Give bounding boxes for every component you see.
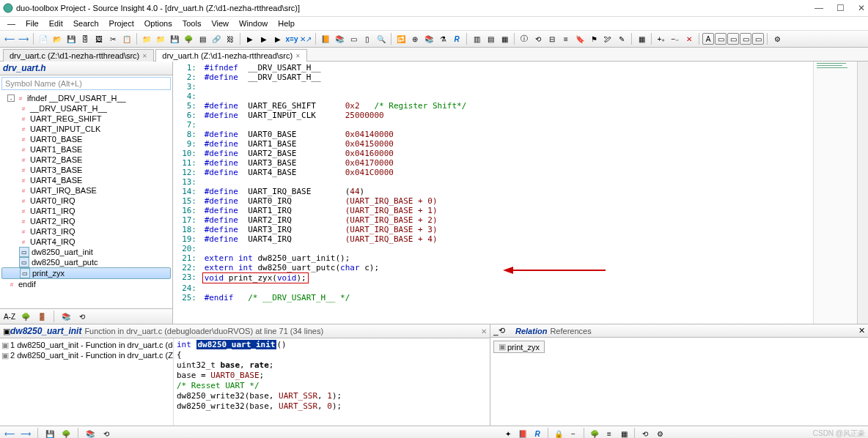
tree-item[interactable]: #UART4_BASE bbox=[1, 175, 171, 185]
menu-edit[interactable]: Edit bbox=[45, 18, 67, 29]
code-line[interactable]: 11: #define UART3_BASE 0x04170000 bbox=[173, 158, 868, 168]
xy-icon[interactable]: x=y bbox=[285, 32, 298, 45]
menu-options[interactable]: Options bbox=[140, 18, 177, 29]
tree-item[interactable]: #UART2_BASE bbox=[1, 155, 171, 165]
menu-project[interactable]: Project bbox=[105, 18, 139, 29]
open-icon[interactable]: 📂 bbox=[51, 32, 64, 45]
list-item[interactable]: ▣2 dw8250_uart_init - Function in drv_ua… bbox=[1, 350, 172, 360]
flag-icon[interactable]: ⚑ bbox=[587, 32, 600, 45]
code-line[interactable]: 18: #define UART3_IRQ (UART_IRQ_BASE + 3… bbox=[173, 225, 868, 234]
minimap[interactable] bbox=[813, 62, 858, 324]
maximize-button[interactable]: ☐ bbox=[836, 3, 845, 13]
pencil-icon[interactable]: ✎ bbox=[615, 32, 628, 45]
replace2-icon[interactable]: ⊕ bbox=[408, 32, 422, 45]
code-line[interactable]: 3: bbox=[173, 82, 868, 92]
cascade-icon[interactable]: ▦ bbox=[498, 32, 511, 45]
tree-item[interactable]: #UART0_IRQ bbox=[1, 196, 171, 206]
letter-r-icon[interactable]: R bbox=[450, 32, 463, 45]
doc-icon[interactable]: ▯ bbox=[361, 32, 374, 45]
tree-item[interactable]: ▭dw8250_uart_init bbox=[1, 247, 171, 257]
tree-item[interactable]: #UART3_BASE bbox=[1, 165, 171, 175]
forward2-icon[interactable]: ⟶ bbox=[19, 427, 32, 438]
minimize-button[interactable]: — bbox=[814, 3, 823, 13]
tree-item[interactable]: #UART1_IRQ bbox=[1, 206, 171, 216]
code-line[interactable]: 14: #define UART_IRQ_BASE (44) bbox=[173, 187, 868, 196]
code-line[interactable]: 5: #define UART_REG_SHIFT 0x2 /* Registe… bbox=[173, 101, 868, 111]
back2-icon[interactable]: ⟵ bbox=[3, 427, 16, 438]
books2-icon[interactable]: 📚 bbox=[422, 32, 435, 45]
tree-item[interactable]: -#ifndef __DRV_USART_H__ bbox=[1, 93, 171, 103]
minus-icon[interactable]: − bbox=[567, 427, 580, 438]
symbol-search-input[interactable]: Symbol Name (Alt+L) bbox=[1, 77, 171, 90]
tree-item[interactable]: #UART2_IRQ bbox=[1, 216, 171, 226]
window-icon[interactable]: ▭ bbox=[347, 32, 360, 45]
grid-icon[interactable]: ▦ bbox=[635, 32, 648, 45]
editor-scrollbar[interactable] bbox=[857, 62, 868, 324]
indent-icon[interactable]: ≡ bbox=[559, 32, 573, 45]
code-line[interactable]: 17: #define UART2_IRQ (UART_IRQ_BASE + 2… bbox=[173, 215, 868, 225]
tree-item[interactable]: #__DRV_USART_H__ bbox=[1, 103, 171, 114]
tab-close-icon[interactable]: ✕ bbox=[295, 53, 301, 59]
list2-icon[interactable]: ≡ bbox=[603, 427, 616, 438]
link2-icon[interactable]: ⛓ bbox=[224, 32, 237, 45]
go-icon[interactable]: ▶ bbox=[243, 32, 257, 45]
tab-drv-uart-h[interactable]: drv_uart.h (Z:\d1-nezha-rtthread\src) ✕ bbox=[155, 49, 307, 62]
refresh3-icon[interactable]: ⟲ bbox=[639, 427, 652, 438]
script-icon[interactable]: ⚙ bbox=[770, 32, 784, 45]
box-c-icon[interactable]: ▭ bbox=[727, 33, 739, 45]
tree-item[interactable]: #endif bbox=[1, 279, 171, 289]
tile-h-icon[interactable]: ▥ bbox=[470, 32, 483, 45]
reload-icon[interactable]: ⟲ bbox=[499, 326, 505, 335]
tab-close-icon[interactable]: ✕ bbox=[142, 53, 147, 59]
folder-icon[interactable]: 📁 bbox=[140, 32, 153, 45]
menu-window[interactable]: Window bbox=[235, 18, 272, 29]
star-icon[interactable]: ✦ bbox=[501, 427, 515, 438]
book2-icon[interactable]: 📕 bbox=[516, 427, 529, 438]
xclick-icon[interactable]: ✕↗ bbox=[299, 32, 312, 45]
book-icon[interactable]: 📙 bbox=[319, 32, 332, 45]
folder2-icon[interactable]: 📁 bbox=[154, 32, 167, 45]
lock-icon[interactable]: 🔒 bbox=[552, 427, 565, 438]
tree-icon[interactable]: 🌳 bbox=[182, 32, 195, 45]
save-all-icon[interactable]: 🗄 bbox=[78, 32, 92, 45]
code-line[interactable]: 2: #define __DRV_USART_H__ bbox=[173, 73, 868, 82]
tab-drv-uart-c[interactable]: drv_uart.c (Z:\d1-nezha-rtthread\src) ✕ bbox=[3, 49, 154, 62]
close-button[interactable]: ✕ bbox=[858, 3, 865, 13]
code-line[interactable]: 9: #define UART1_BASE 0x04150000 bbox=[173, 139, 868, 149]
menu-tools[interactable]: Tools bbox=[178, 18, 206, 29]
relation-close-icon[interactable]: ✕ bbox=[858, 326, 865, 335]
tree-item[interactable]: #UART4_IRQ bbox=[1, 237, 171, 247]
letter-r2-icon[interactable]: R bbox=[531, 427, 544, 438]
tree-item[interactable]: #UART0_BASE bbox=[1, 134, 171, 144]
code-line[interactable]: 8: #define UART0_BASE 0x04140000 bbox=[173, 130, 868, 139]
code-line[interactable]: 13: bbox=[173, 177, 868, 187]
context-list[interactable]: ▣1 dw8250_uart_init - Function in drv_ua… bbox=[0, 338, 174, 426]
code-line[interactable]: 24: bbox=[173, 283, 868, 293]
save3-icon[interactable]: 💾 bbox=[43, 427, 56, 438]
tree3-icon[interactable]: 🌳 bbox=[59, 427, 73, 438]
bookmark-icon[interactable]: 🔖 bbox=[573, 32, 586, 45]
tree-item[interactable]: ▭print_zyx bbox=[1, 267, 171, 279]
tree4-icon[interactable]: 🌳 bbox=[588, 427, 601, 438]
az-icon[interactable]: A-Z bbox=[3, 310, 16, 323]
box-d-icon[interactable]: ▭ bbox=[740, 33, 751, 45]
save2-icon[interactable]: 💾 bbox=[168, 32, 181, 45]
tree-view-icon[interactable]: 🌳 bbox=[19, 310, 32, 323]
context-code[interactable]: int dw8250_uart_init(){ uint32_t base, r… bbox=[174, 338, 490, 426]
back-icon[interactable]: ⟵ bbox=[3, 32, 16, 45]
copy-icon[interactable]: 📋 bbox=[120, 32, 133, 45]
graph-icon[interactable]: ⟲ bbox=[532, 32, 545, 45]
grid2-icon[interactable]: ▦ bbox=[617, 427, 630, 438]
replace-icon[interactable]: 🔂 bbox=[394, 32, 408, 45]
code-line[interactable]: 21: extern int dw8250_uart_init(); bbox=[173, 253, 868, 263]
menu-file[interactable]: File bbox=[21, 18, 43, 29]
tree-item[interactable]: #UART1_BASE bbox=[1, 144, 171, 155]
code-line[interactable]: 19: #define UART4_IRQ (UART_IRQ_BASE + 4… bbox=[173, 234, 868, 244]
tree-item[interactable]: ▭dw8250_uart_putc bbox=[1, 257, 171, 267]
list-item[interactable]: ▣1 dw8250_uart_init - Function in drv_ua… bbox=[1, 340, 172, 350]
code-line[interactable]: 6: #define UART_INPUT_CLK 25000000 bbox=[173, 111, 868, 120]
books3-icon[interactable]: 📚 bbox=[59, 310, 73, 323]
refresh2-icon[interactable]: ⟲ bbox=[100, 427, 113, 438]
dove-icon[interactable]: 🕊 bbox=[601, 32, 614, 45]
code-line[interactable]: 20: bbox=[173, 244, 868, 253]
